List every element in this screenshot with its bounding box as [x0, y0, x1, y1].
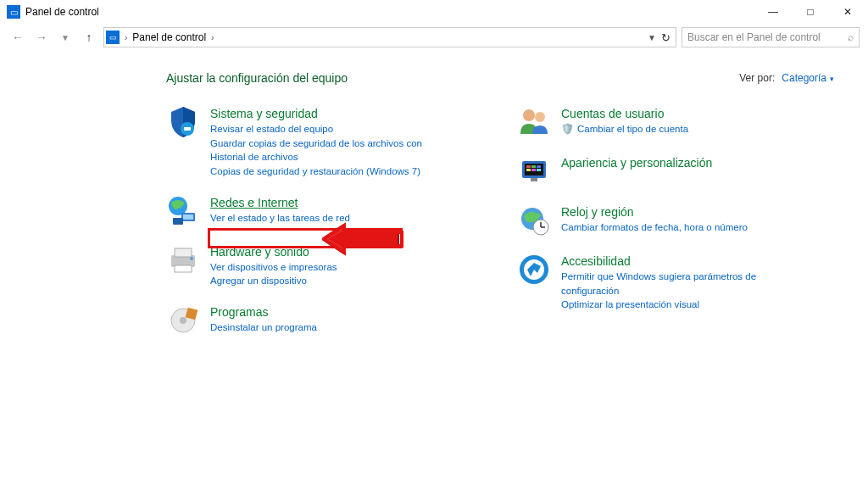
svg-rect-22 [537, 169, 541, 171]
window-title: Panel de control [25, 6, 99, 18]
category-hardware-sound: Hardware y sonido Ver dispositivos e imp… [166, 243, 483, 288]
recent-button[interactable]: ▼ [56, 28, 75, 47]
svg-rect-7 [175, 248, 192, 257]
close-button[interactable]: ✕ [829, 0, 866, 24]
breadcrumb-root[interactable]: Panel de control [132, 31, 206, 43]
svg-point-11 [180, 317, 186, 324]
page-title: Ajustar la configuración del equipo [166, 71, 348, 85]
minimize-button[interactable]: — [754, 0, 792, 24]
appearance-icon [517, 154, 551, 188]
chevron-right-icon[interactable]: › [125, 33, 127, 42]
address-dropdown-icon[interactable]: ▼ [648, 33, 656, 42]
content-area: Ajustar la configuración del equipo Ver … [0, 51, 868, 353]
accessibility-icon [517, 253, 551, 287]
link-change-account-type[interactable]: 🛡️Cambiar el tipo de cuenta [561, 122, 688, 136]
category-clock-region: Reloj y región Cambiar formatos de fecha… [517, 203, 834, 237]
globe-network-icon [166, 194, 200, 228]
users-icon [517, 105, 551, 139]
uac-shield-icon: 🛡️ [561, 123, 574, 135]
cat-title-accessibility[interactable]: Accesibilidad [561, 254, 798, 268]
link-file-history[interactable]: Guardar copias de seguridad de los archi… [210, 136, 448, 164]
printer-icon [166, 243, 200, 277]
svg-rect-5 [173, 218, 183, 225]
cat-title-users[interactable]: Cuentas de usuario [561, 107, 688, 120]
up-button[interactable]: ↑ [80, 28, 98, 47]
control-panel-icon: ▭ [7, 5, 20, 19]
category-network-internet: Redes e Internet Ver el estado y las tar… [166, 194, 483, 228]
forward-button[interactable]: → [32, 28, 51, 47]
link-network-status[interactable]: Ver el estado y las tareas de red [210, 211, 350, 226]
search-placeholder: Buscar en el Panel de control [687, 31, 821, 43]
cat-title-programs[interactable]: Programas [210, 305, 317, 319]
link-backup-restore[interactable]: Copias de seguridad y restauración (Wind… [210, 164, 448, 179]
maximize-button[interactable]: □ [792, 0, 829, 24]
category-appearance: Apariencia y personalización [517, 154, 834, 188]
svg-rect-20 [526, 169, 531, 171]
link-optimize-visual[interactable]: Optimizar la presentación visual [561, 298, 798, 312]
search-input[interactable]: Buscar en el Panel de control ⌕ [682, 27, 860, 47]
viewby-value: Categoría [782, 72, 826, 84]
clock-globe-icon [517, 203, 551, 237]
viewby-label: Ver por: [739, 72, 775, 84]
svg-rect-1 [184, 127, 191, 131]
link-review-status[interactable]: Revisar el estado del equipo [210, 122, 448, 136]
chevron-down-icon: ▾ [830, 75, 834, 83]
left-column: Sistema y seguridad Revisar el estado de… [166, 105, 483, 353]
link-change-formats[interactable]: Cambiar formatos de fecha, hora o número [561, 220, 748, 235]
address-icon: ▭ [106, 31, 120, 44]
svg-point-13 [523, 109, 535, 121]
svg-rect-19 [537, 165, 541, 168]
cat-title-clock[interactable]: Reloj y región [561, 205, 748, 219]
right-column: Cuentas de usuario 🛡️Cambiar el tipo de … [517, 105, 834, 353]
svg-rect-17 [526, 165, 531, 168]
svg-point-14 [535, 112, 545, 122]
shield-icon [166, 105, 200, 139]
svg-rect-8 [175, 265, 192, 272]
refresh-icon[interactable]: ↻ [661, 31, 670, 44]
link-add-device[interactable]: Agregar un dispositivo [210, 274, 337, 288]
category-programs: Programas Desinstalar un programa [166, 303, 483, 337]
link-devices-printers[interactable]: Ver dispositivos e impresoras [210, 260, 337, 275]
navbar: ← → ▼ ↑ ▭ › Panel de control › ▼ ↻ Busca… [0, 24, 868, 51]
cat-title-appearance[interactable]: Apariencia y personalización [561, 156, 712, 170]
category-accessibility: Accesibilidad Permitir que Windows sugie… [517, 253, 834, 312]
link-uninstall[interactable]: Desinstalar un programa [210, 320, 317, 335]
svg-rect-4 [183, 214, 193, 220]
programs-icon [166, 303, 200, 337]
titlebar: ▭ Panel de control — □ ✕ [0, 0, 868, 24]
svg-point-9 [190, 257, 193, 260]
link-suggest-settings[interactable]: Permitir que Windows sugiera parámetros … [561, 270, 798, 298]
svg-rect-23 [531, 178, 537, 181]
category-user-accounts: Cuentas de usuario 🛡️Cambiar el tipo de … [517, 105, 834, 139]
cat-title-system[interactable]: Sistema y seguridad [210, 107, 448, 120]
back-button[interactable]: ← [8, 28, 27, 47]
search-icon: ⌕ [848, 31, 854, 43]
svg-rect-21 [531, 169, 536, 171]
cat-title-hardware[interactable]: Hardware y sonido [210, 245, 337, 259]
viewby-dropdown[interactable]: Categoría▾ [782, 72, 834, 84]
cat-title-network[interactable]: Redes e Internet [210, 196, 350, 209]
category-system-security: Sistema y seguridad Revisar el estado de… [166, 105, 483, 179]
svg-rect-18 [531, 165, 536, 168]
chevron-right-icon[interactable]: › [211, 33, 214, 42]
address-bar[interactable]: ▭ › Panel de control › ▼ ↻ [103, 27, 676, 47]
